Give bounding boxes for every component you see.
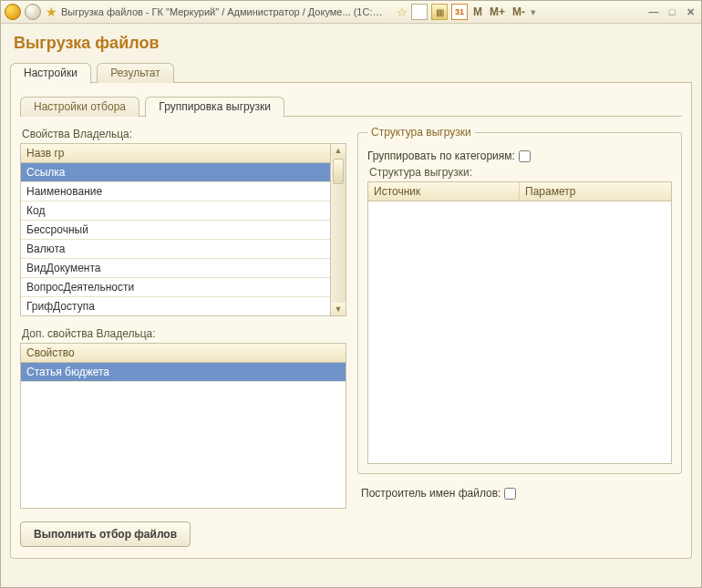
menu-dropdown-icon[interactable]: ▾: [531, 6, 540, 18]
subtab-filter-settings[interactable]: Настройки отбора: [20, 97, 139, 117]
scroll-up-icon[interactable]: ▲: [331, 144, 346, 157]
owner-props-label: Свойства Владельца:: [22, 128, 346, 140]
window-title: Выгрузка файлов - ГК "Меркурий" / Админи…: [61, 6, 389, 17]
mem-Mminus[interactable]: M-: [511, 5, 527, 18]
minimize-button[interactable]: —: [646, 5, 661, 19]
owner-props-scrollbar[interactable]: ▲ ▼: [331, 143, 346, 316]
tool-icon-1[interactable]: [411, 4, 428, 20]
app-icon: [5, 4, 21, 20]
tab-result[interactable]: Результат: [97, 63, 174, 83]
tab-settings[interactable]: Настройки: [10, 63, 91, 84]
structure-legend: Структура выгрузки: [367, 126, 475, 139]
mem-Mplus[interactable]: M+: [488, 5, 507, 18]
favorite-icon[interactable]: ☆: [397, 5, 408, 19]
run-selection-button[interactable]: Выполнить отбор файлов: [20, 521, 191, 547]
structure-body: [368, 201, 671, 463]
sub-tabbar: Настройки отбора Группировка выгрузки: [20, 96, 682, 117]
structure-col-source: Источник: [368, 182, 520, 201]
filename-builder-checkbox[interactable]: [504, 488, 516, 500]
owner-props-row[interactable]: ВопросДеятельности: [21, 278, 330, 297]
app-window: ★ Выгрузка файлов - ГК "Меркурий" / Адми…: [0, 0, 702, 588]
scroll-down-icon[interactable]: ▼: [331, 303, 346, 315]
owner-props-row[interactable]: ГрифДоступа: [21, 297, 330, 316]
owner-props-table[interactable]: Назв гр СсылкаНаименованиеКодБессрочныйВ…: [20, 143, 331, 316]
client-area: Выгрузка файлов Настройки Результат Наст…: [1, 23, 701, 587]
nav-back-icon[interactable]: [25, 4, 41, 20]
structure-sublabel: Структура выгрузки:: [369, 166, 672, 179]
mem-M[interactable]: M: [471, 5, 484, 18]
owner-extra-header: Свойство: [21, 344, 346, 362]
owner-props-row[interactable]: Валюта: [21, 240, 330, 259]
calculator-icon[interactable]: ▦: [431, 4, 448, 20]
group-by-categories-checkbox[interactable]: [519, 150, 531, 162]
owner-props-row[interactable]: Ссылка: [21, 163, 330, 182]
subtab-grouping[interactable]: Группировка выгрузки: [145, 97, 284, 118]
structure-col-param: Параметр: [520, 182, 671, 201]
titlebar: ★ Выгрузка файлов - ГК "Меркурий" / Адми…: [1, 1, 701, 24]
main-tabbar: Настройки Результат: [10, 62, 692, 83]
calendar-icon[interactable]: 31: [451, 4, 468, 20]
structure-fieldset: Структура выгрузки Группировать по катег…: [357, 126, 682, 474]
owner-props-row[interactable]: Наименование: [21, 182, 330, 201]
structure-table[interactable]: Источник Параметр: [367, 181, 672, 464]
settings-panel: Настройки отбора Группировка выгрузки Св…: [10, 83, 692, 559]
owner-props-row[interactable]: Бессрочный: [21, 221, 330, 240]
page-title: Выгрузка файлов: [14, 34, 692, 53]
owner-extra-table[interactable]: Свойство Статья бюджета: [20, 343, 346, 509]
group-by-categories-label: Группировать по категориям:: [367, 150, 515, 162]
maximize-button[interactable]: □: [665, 5, 679, 19]
star-icon[interactable]: ★: [45, 5, 57, 19]
owner-props-header: Назв гр: [21, 144, 330, 162]
close-button[interactable]: ✕: [683, 5, 697, 19]
owner-extra-label: Доп. свойства Владельца:: [22, 327, 346, 340]
owner-props-row[interactable]: ВидДокумента: [21, 259, 330, 278]
owner-extra-row[interactable]: Статья бюджета: [21, 363, 346, 382]
filename-builder-label: Построитель имен файлов:: [361, 487, 501, 500]
scroll-thumb[interactable]: [333, 159, 344, 184]
owner-props-row[interactable]: Код: [21, 201, 330, 221]
